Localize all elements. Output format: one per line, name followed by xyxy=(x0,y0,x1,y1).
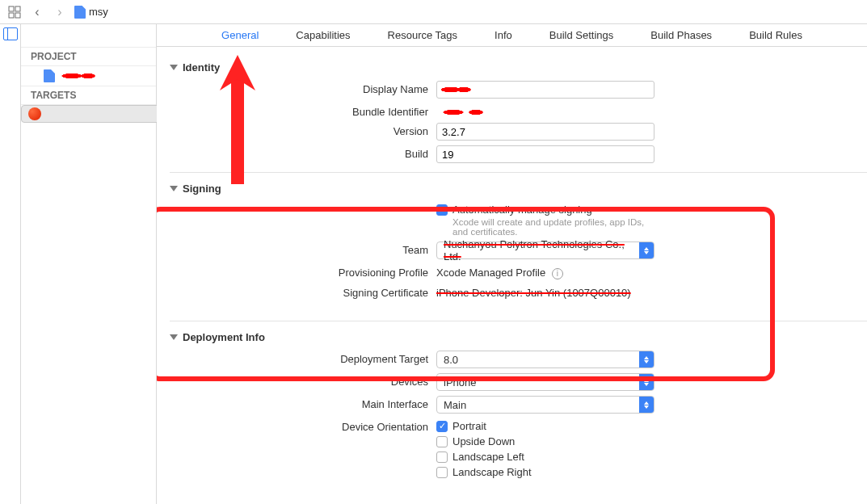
sidebar-targets-header: TARGETS xyxy=(21,86,156,105)
section-signing-header[interactable]: Signing xyxy=(170,178,867,200)
main-interface-select[interactable]: Main xyxy=(436,396,654,414)
orientation-landscape-right-label: Landscape Right xyxy=(452,466,532,478)
build-label: Build xyxy=(170,145,436,160)
breadcrumb[interactable]: msy xyxy=(74,6,108,19)
app-target-icon xyxy=(28,107,41,120)
spacer xyxy=(170,202,436,204)
deployment-target-value: 8.0 xyxy=(444,354,458,366)
related-items-icon[interactable] xyxy=(6,4,23,20)
devices-select[interactable]: iPhone xyxy=(436,373,654,391)
provisioning-profile-value: Xcode Managed Profile xyxy=(436,267,545,279)
tab-capabilities[interactable]: Capabilities xyxy=(296,29,350,41)
tab-build-rules[interactable]: Build Rules xyxy=(749,29,802,41)
main-interface-label: Main Interface xyxy=(170,396,436,410)
main-interface-value: Main xyxy=(444,399,466,411)
display-name-label: Display Name xyxy=(170,81,436,95)
version-label: Version xyxy=(170,123,436,137)
project-file-icon xyxy=(44,69,55,82)
redacted-text xyxy=(436,108,493,116)
signing-cert-value: iPhone Developer: Jun Yin (1007Q00010) xyxy=(436,287,631,299)
devices-label: Devices xyxy=(170,373,436,388)
section-title: Deployment Info xyxy=(183,331,265,343)
breadcrumb-bar: ‹ › msy xyxy=(0,0,867,24)
project-targets-sidebar: PROJECT TARGETS xyxy=(21,24,157,504)
auto-signing-hint: Xcode will create and update profiles, a… xyxy=(436,217,654,237)
deployment-target-select[interactable]: 8.0 xyxy=(436,351,654,368)
auto-signing-label: Automatically manage signing xyxy=(452,204,592,216)
orientation-landscape-left-checkbox[interactable] xyxy=(436,452,448,463)
disclosure-triangle-icon xyxy=(170,334,178,340)
nav-forward-icon[interactable]: › xyxy=(52,4,68,20)
disclosure-triangle-icon xyxy=(170,65,178,70)
toggle-panel-icon[interactable] xyxy=(3,27,18,40)
tab-build-phases[interactable]: Build Phases xyxy=(650,29,712,41)
team-value: Nuchanyou Polytron Technologies Co., Ltd… xyxy=(444,238,639,262)
bundle-id-label: Bundle Identifier xyxy=(170,103,436,118)
signing-cert-label: Signing Certificate xyxy=(170,284,436,299)
tab-general[interactable]: General xyxy=(221,29,259,41)
sidebar-project-row[interactable] xyxy=(21,66,156,86)
select-stepper-icon xyxy=(639,351,654,368)
svg-rect-2 xyxy=(9,13,14,18)
project-file-icon xyxy=(74,6,86,19)
tab-resource-tags[interactable]: Resource Tags xyxy=(388,29,457,41)
section-title: Signing xyxy=(183,183,221,195)
select-stepper-icon xyxy=(639,397,654,413)
svg-rect-0 xyxy=(9,6,14,11)
tab-build-settings[interactable]: Build Settings xyxy=(549,29,614,41)
section-title: Identity xyxy=(183,61,220,74)
breadcrumb-label: msy xyxy=(89,6,108,18)
editor-content: General Capabilities Resource Tags Info … xyxy=(157,24,867,504)
svg-rect-1 xyxy=(15,6,20,11)
devices-value: iPhone xyxy=(444,376,476,388)
section-identity-header[interactable]: Identity xyxy=(170,57,867,78)
provisioning-profile-label: Provisioning Profile xyxy=(170,264,436,279)
editor-left-rail xyxy=(0,24,21,504)
select-stepper-icon xyxy=(639,374,654,390)
nav-back-icon[interactable]: ‹ xyxy=(29,4,45,20)
svg-rect-3 xyxy=(15,13,20,18)
section-deployment-header[interactable]: Deployment Info xyxy=(170,326,867,348)
disclosure-triangle-icon xyxy=(170,186,178,191)
orientation-upside-down-label: Upside Down xyxy=(452,435,515,447)
team-label: Team xyxy=(170,242,436,256)
orientation-upside-down-checkbox[interactable] xyxy=(436,436,448,447)
team-select[interactable]: Nuchanyou Polytron Technologies Co., Ltd… xyxy=(436,242,654,259)
version-input[interactable] xyxy=(436,123,654,141)
info-icon[interactable]: i xyxy=(552,268,563,279)
build-input[interactable] xyxy=(436,145,654,163)
target-tabs: General Capabilities Resource Tags Info … xyxy=(157,24,867,47)
tab-info[interactable]: Info xyxy=(495,29,512,41)
device-orientation-label: Device Orientation xyxy=(170,418,436,433)
orientation-portrait-checkbox[interactable] xyxy=(436,421,448,432)
orientation-landscape-left-label: Landscape Left xyxy=(452,451,524,463)
select-stepper-icon xyxy=(639,242,654,258)
orientation-landscape-right-checkbox[interactable] xyxy=(436,467,448,478)
deployment-target-label: Deployment Target xyxy=(170,351,436,365)
auto-signing-checkbox[interactable] xyxy=(436,204,448,216)
redacted-text xyxy=(441,86,473,94)
sidebar-project-header: PROJECT xyxy=(21,47,156,66)
redacted-text xyxy=(60,72,100,80)
orientation-portrait-label: Portrait xyxy=(452,420,486,432)
